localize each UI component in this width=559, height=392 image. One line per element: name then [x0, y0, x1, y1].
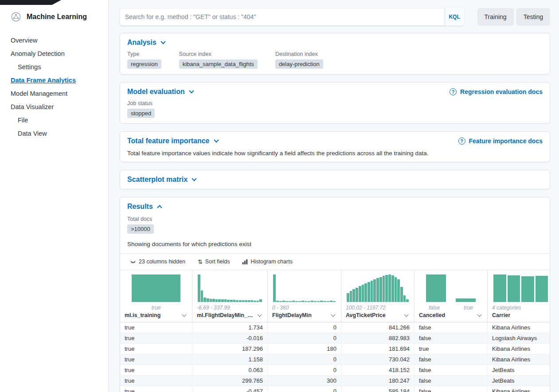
search-input[interactable]	[120, 8, 445, 26]
table-cell[interactable]: 730.042	[341, 354, 414, 365]
table-cell[interactable]: -0.457	[192, 386, 268, 392]
table-cell[interactable]: 882.983	[341, 333, 414, 343]
sidebar-item-data-visualizer[interactable]: Data Visualizer	[0, 100, 108, 114]
histogram-bar	[289, 301, 291, 302]
table-cell[interactable]: Logstash Airways	[488, 333, 550, 343]
sidebar-item-data-frame-analytics[interactable]: Data Frame Analytics	[0, 74, 108, 87]
table-cell[interactable]: -0.016	[192, 333, 268, 343]
testing-button[interactable]: Testing	[516, 8, 550, 26]
table-row[interactable]: true1.7340841.266falseKibana Airlines	[120, 322, 550, 333]
table-cell[interactable]: 299.765	[192, 376, 268, 386]
table-cell[interactable]: 585.184	[341, 386, 414, 392]
columns-hidden-label: 23 columns hidden	[139, 259, 185, 265]
table-cell[interactable]: Kibana Airlines	[488, 322, 550, 333]
sidebar-item-file[interactable]: File	[0, 114, 108, 127]
column-header-AvgTicketPrice[interactable]: 100.02 - 1197.72AvgTicketPrice	[341, 270, 414, 322]
table-cell[interactable]: false	[414, 365, 488, 375]
analysis-panel-toggle[interactable]: Analysis	[127, 39, 165, 47]
histogram-bar	[218, 299, 221, 302]
histogram-bar	[210, 299, 212, 302]
table-row[interactable]: true187.296180181.694trueKibana Airlines	[120, 344, 550, 354]
column-histogram	[419, 274, 483, 302]
table-cell[interactable]: false	[414, 386, 488, 392]
sort-fields-button[interactable]: ⇅ Sort fields	[193, 257, 235, 267]
histogram-bar	[391, 275, 394, 302]
histogram-bar	[311, 301, 313, 302]
table-cell[interactable]: false	[414, 333, 488, 343]
table-row[interactable]: true299.765300180.247falseJetBeats	[120, 376, 550, 386]
histogram-bar	[245, 300, 247, 302]
table-cell[interactable]: true	[120, 365, 192, 375]
table-cell[interactable]: 180.247	[341, 376, 414, 386]
table-cell[interactable]: true	[120, 354, 192, 365]
sidebar-item-overview[interactable]: Overview	[0, 34, 108, 47]
table-cell[interactable]: 180	[268, 344, 341, 354]
table-cell[interactable]: JetBeats	[488, 365, 550, 375]
table-cell[interactable]: 181.694	[341, 344, 414, 354]
table-cell[interactable]: JetBeats	[488, 376, 550, 386]
chevron-down-icon[interactable]	[477, 313, 482, 317]
table-cell[interactable]: 300	[268, 376, 341, 386]
chevron-down-icon[interactable]	[258, 313, 262, 317]
chevron-down-icon[interactable]	[182, 313, 187, 317]
table-cell[interactable]: true	[120, 376, 192, 386]
table-cell[interactable]: 0	[268, 365, 341, 375]
table-row[interactable]: true-0.4570585.184falseKibana Airlines	[120, 386, 550, 392]
column-header-ml.is_training[interactable]: trueml.is_training	[120, 270, 192, 322]
histogram-bar	[132, 274, 180, 302]
histogram-charts-button[interactable]: Histogram charts	[238, 257, 297, 267]
histogram-bar	[301, 301, 304, 302]
kql-button[interactable]: KQL	[445, 8, 464, 26]
columns-hidden-button[interactable]: 23 columns hidden	[125, 257, 190, 267]
table-cell[interactable]: 187.296	[192, 344, 268, 354]
scatterplot-matrix-toggle[interactable]: Scatterplot matrix	[127, 176, 196, 184]
table-row[interactable]: true-0.0160882.983falseLogstash Airways	[120, 333, 550, 344]
histogram-bar	[257, 301, 259, 302]
training-button[interactable]: Training	[477, 8, 514, 26]
table-cell[interactable]: 0	[268, 322, 341, 333]
histogram-bar	[456, 298, 476, 302]
chevron-down-icon[interactable]	[404, 313, 409, 317]
column-header-Cancelled[interactable]: falsetrueCancelled	[414, 270, 488, 322]
chevron-down-icon[interactable]	[331, 313, 336, 317]
table-cell[interactable]: true	[120, 386, 192, 392]
table-cell[interactable]: false	[414, 354, 488, 365]
table-cell[interactable]: 0	[268, 386, 341, 392]
table-cell[interactable]: true	[414, 344, 488, 354]
table-row[interactable]: true0.0630418.152falseJetBeats	[120, 365, 550, 376]
table-cell[interactable]: Kibana Airlines	[488, 386, 550, 392]
model-evaluation-toggle[interactable]: Model evaluation	[127, 88, 193, 96]
table-cell[interactable]: 0	[268, 354, 341, 365]
results-toggle[interactable]: Results	[127, 203, 161, 211]
table-cell[interactable]: true	[120, 333, 192, 343]
sidebar-item-settings[interactable]: Settings	[0, 60, 108, 74]
table-cell[interactable]: 841.266	[341, 322, 414, 333]
histogram-bar	[215, 299, 218, 302]
histogram-bar	[426, 274, 446, 302]
histogram-bar	[203, 298, 206, 302]
table-cell[interactable]: false	[414, 322, 488, 333]
column-name-row: ml.FlightDelayMin_pred	[197, 312, 263, 320]
histogram-bar	[397, 279, 400, 302]
column-header-FlightDelayMin[interactable]: 0 - 360FlightDelayMin	[268, 270, 341, 322]
table-row[interactable]: true1.1580730.042falseKibana Airlines	[120, 354, 550, 365]
table-cell[interactable]: Kibana Airlines	[488, 354, 550, 365]
table-cell[interactable]: false	[414, 376, 488, 386]
regression-evaluation-docs-link[interactable]: ? Regression evaluation docs	[450, 88, 543, 95]
feature-importance-toggle[interactable]: Total feature importance	[127, 137, 218, 145]
table-cell[interactable]: true	[120, 344, 192, 354]
sidebar-item-model-management[interactable]: Model Management	[0, 87, 108, 100]
sidebar-item-data-view[interactable]: Data View	[0, 127, 108, 140]
table-cell[interactable]: true	[120, 322, 192, 333]
table-cell[interactable]: 418.152	[341, 365, 414, 375]
table-cell[interactable]: Kibana Airlines	[488, 344, 550, 354]
column-header-ml.FlightDelayMin_pred[interactable]: -6.69 - 337.99ml.FlightDelayMin_pred	[192, 270, 268, 322]
table-cell[interactable]: 0.063	[192, 365, 268, 375]
column-header-Carrier[interactable]: 4 categoriesCarrier	[488, 270, 550, 322]
table-cell[interactable]: 1.734	[192, 322, 268, 333]
feature-importance-docs-link[interactable]: ? Feature importance docs	[458, 137, 543, 145]
analysis-field: Typeregression	[127, 51, 161, 69]
sidebar-item-anomaly-detection[interactable]: Anomaly Detection	[0, 47, 108, 60]
table-cell[interactable]: 1.158	[192, 354, 268, 365]
table-cell[interactable]: 0	[268, 333, 341, 343]
